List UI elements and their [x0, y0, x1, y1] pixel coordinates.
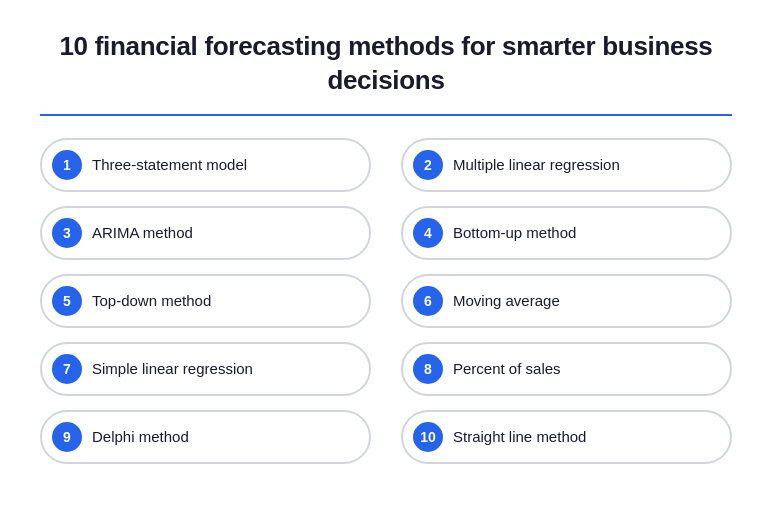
method-item-7: 7Simple linear regression	[40, 342, 371, 396]
method-badge-7: 7	[52, 354, 82, 384]
method-badge-2: 2	[413, 150, 443, 180]
method-label-1: Three-statement model	[92, 156, 247, 173]
method-label-8: Percent of sales	[453, 360, 561, 377]
divider	[40, 114, 732, 116]
method-item-1: 1Three-statement model	[40, 138, 371, 192]
method-item-9: 9Delphi method	[40, 410, 371, 464]
method-badge-6: 6	[413, 286, 443, 316]
method-badge-5: 5	[52, 286, 82, 316]
method-item-5: 5Top-down method	[40, 274, 371, 328]
method-label-4: Bottom-up method	[453, 224, 576, 241]
method-item-8: 8Percent of sales	[401, 342, 732, 396]
title-section: 10 financial forecasting methods for sma…	[40, 30, 732, 98]
method-badge-10: 10	[413, 422, 443, 452]
method-item-3: 3ARIMA method	[40, 206, 371, 260]
method-label-9: Delphi method	[92, 428, 189, 445]
method-label-5: Top-down method	[92, 292, 211, 309]
method-item-2: 2Multiple linear regression	[401, 138, 732, 192]
method-badge-3: 3	[52, 218, 82, 248]
method-badge-4: 4	[413, 218, 443, 248]
method-item-6: 6Moving average	[401, 274, 732, 328]
methods-grid: 1Three-statement model2Multiple linear r…	[40, 138, 732, 464]
method-item-10: 10Straight line method	[401, 410, 732, 464]
method-badge-9: 9	[52, 422, 82, 452]
method-item-4: 4Bottom-up method	[401, 206, 732, 260]
method-badge-1: 1	[52, 150, 82, 180]
method-label-3: ARIMA method	[92, 224, 193, 241]
method-label-2: Multiple linear regression	[453, 156, 620, 173]
page-title: 10 financial forecasting methods for sma…	[40, 30, 732, 98]
method-label-6: Moving average	[453, 292, 560, 309]
method-label-7: Simple linear regression	[92, 360, 253, 377]
method-label-10: Straight line method	[453, 428, 586, 445]
method-badge-8: 8	[413, 354, 443, 384]
